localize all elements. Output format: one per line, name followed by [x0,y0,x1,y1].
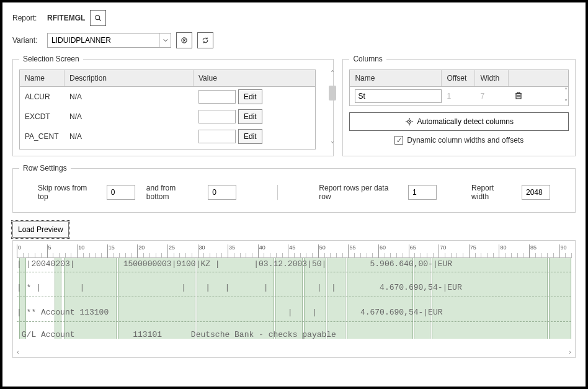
selection-screen-legend: Selection Screen [19,55,83,63]
columns-table: Name Offset Width 1 7 [349,69,569,106]
svg-rect-10 [517,92,520,94]
detect-columns-label: Automatically detect columns [417,117,514,126]
table-row: PA_CENT N/A Edit [20,127,315,146]
sel-row-value-input[interactable] [198,90,236,104]
selection-screen-panel: Selection Screen Name Description Value … [12,55,334,156]
chevron-down-icon [163,38,168,43]
variant-label: Variant: [12,36,42,45]
report-value: RFITEMGL [47,14,85,22]
sel-row-desc: N/A [65,90,194,104]
report-label: Report: [12,14,42,22]
preview-panel: 051015202530354045505560657075808590 | |… [12,240,576,358]
selection-table-header: Name Description Value [20,70,315,87]
svg-line-1 [99,19,101,21]
scroll-down-icon[interactable]: ˅ [564,99,568,105]
variant-clear-button[interactable] [176,32,192,48]
scroll-up-icon[interactable]: ˄ [331,69,334,78]
target-icon [405,117,414,126]
table-row: ALCUR N/A Edit [20,87,315,107]
sel-row-name: EXCDT [20,110,65,123]
scroll-thumb[interactable] [329,86,336,101]
sel-row-desc: N/A [65,130,194,143]
scroll-down-icon[interactable]: ˅ [331,141,334,150]
app-frame: Report: RFITEMGL Variant: Selection Scre… [0,0,588,389]
skip-top-input[interactable] [107,185,135,200]
column-offset-value: 1 [442,89,475,103]
dynamic-columns-label: Dynamic column widths and offsets [407,136,523,145]
variant-row: Variant: [12,32,576,48]
svg-point-0 [96,16,100,20]
sel-row-name: PA_CENT [20,130,65,143]
column-width-value: 7 [475,89,509,103]
scroll-up-icon[interactable]: ˄ [564,87,568,94]
selection-col-desc: Description [65,70,194,86]
dynamic-columns-checkbox-row[interactable]: ✓ Dynamic column widths and offsets [349,136,569,145]
variant-combo[interactable] [47,33,171,48]
skip-bottom-input[interactable] [208,185,236,200]
detect-columns-button[interactable]: Automatically detect columns [349,112,569,131]
search-icon [94,14,102,22]
selection-col-value: Value [194,70,315,86]
svg-point-12 [409,122,409,122]
selection-table-body: ALCUR N/A Edit EXCDT N/A [20,87,315,149]
sel-row-edit-button[interactable]: Edit [238,89,262,104]
columns-table-header: Name Offset Width [350,70,568,87]
variant-caret[interactable] [159,34,171,47]
divider [277,185,278,200]
refresh-icon [202,36,209,45]
preview-line: G/L Account 113101 Deutsche Bank - check… [17,330,571,339]
sel-row-value-input[interactable] [198,110,236,123]
rows-per-label: Report rows per data row [319,184,397,201]
report-width-label: Report width [471,184,510,201]
columns-scrollbar[interactable]: ˄ ˅ [561,87,570,105]
close-circle-icon [180,36,188,45]
preview-body: | |20040203| 1500000003|9100|KZ | |03.12… [17,258,571,339]
sel-row-name: ALCUR [20,90,65,104]
columns-col-width: Width [475,70,509,86]
row-settings-panel: Row Settings Skip rows from top and from… [12,164,576,213]
columns-col-name: Name [350,70,442,86]
columns-panel: Columns Name Offset Width 1 7 [342,55,576,156]
row-settings-legend: Row Settings [19,164,71,172]
table-row: EXCDT N/A Edit [20,107,315,127]
report-row: Report: RFITEMGL [12,10,576,26]
column-name-input[interactable] [355,89,442,103]
table-row: 1 7 [350,87,568,105]
load-preview-button[interactable]: Load Preview [12,221,69,238]
skip-top-label: Skip rows from top [38,184,96,201]
upper-panels: Selection Screen Name Description Value … [12,55,576,156]
skip-bottom-label: and from bottom [146,184,197,201]
columns-col-action [509,70,525,86]
preview-hscrollbar[interactable]: ‹ › [17,347,571,356]
sel-row-value-input[interactable] [198,130,236,143]
selection-table: Name Description Value ALCUR N/A Edit [19,69,316,150]
selection-col-name: Name [20,70,65,86]
selection-scrollbar[interactable]: ˄ ˅ [328,69,337,150]
trash-icon[interactable] [514,91,523,101]
sel-row-edit-button[interactable]: Edit [238,129,262,144]
columns-col-offset: Offset [442,70,475,86]
sel-row-edit-button[interactable]: Edit [238,109,262,124]
variant-input[interactable] [48,34,159,47]
sel-row-desc: N/A [65,110,194,123]
preview-ruler: 051015202530354045505560657075808590 [17,244,571,258]
variant-refresh-button[interactable] [197,32,213,48]
report-search-button[interactable] [90,10,106,26]
checkbox-checked-icon[interactable]: ✓ [394,136,403,145]
report-width-input[interactable] [522,185,550,200]
rows-per-input[interactable] [408,185,437,200]
preview-line: | * | | | | | | | | 4.670.690,54-|EUR [17,283,571,292]
preview-line: | |20040203| 1500000003|9100|KZ | |03.12… [17,259,571,269]
table-row: PA_GRID N/A Edit [20,146,315,149]
preview-line: | ** Account 113100 | | 4.670.690,54-|EU… [17,308,571,317]
columns-legend: Columns [349,55,386,63]
scroll-right-icon[interactable]: › [569,348,571,355]
